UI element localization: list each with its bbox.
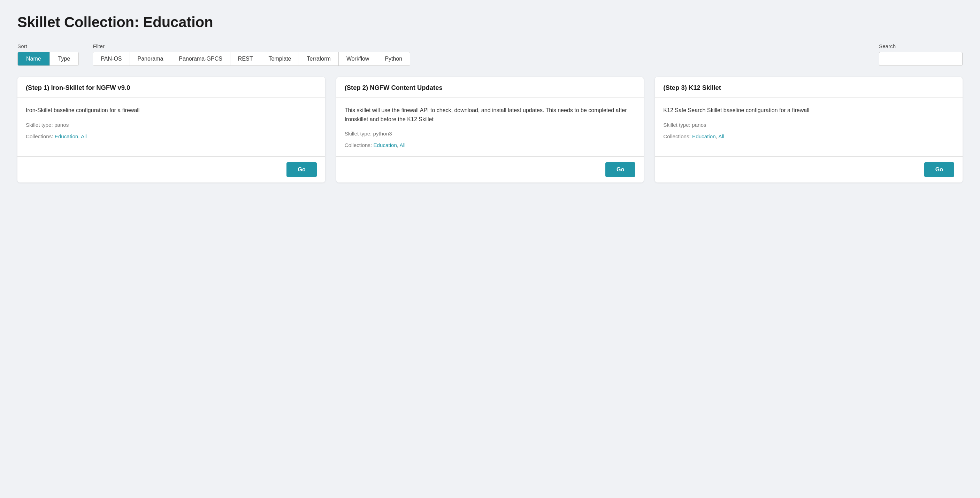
search-input[interactable] [879, 52, 963, 66]
card-3-collection-education[interactable]: Education [692, 133, 716, 139]
card-3-description: K12 Safe Search Skillet baseline configu… [663, 106, 954, 115]
card-1-title: (Step 1) Iron-Skillet for NGFW v9.0 [18, 77, 325, 98]
card-1-description: Iron-Skillet baseline configuration for … [26, 106, 317, 115]
card-1-collection-education[interactable]: Education [55, 133, 78, 139]
sort-name-button[interactable]: Name [18, 52, 50, 65]
card-2-body: This skillet will use the firewall API t… [336, 98, 644, 157]
card-3-collections-label: Collections: [663, 133, 691, 139]
card-2-type: Skillet type: python3 [345, 131, 636, 136]
card-3-go-button[interactable]: Go [924, 162, 954, 177]
card-3-collection-all[interactable]: All [718, 133, 724, 139]
filter-button-group: PAN-OS Panorama Panorama-GPCS REST Templ… [93, 52, 410, 66]
filter-terraform-button[interactable]: Terraform [299, 52, 339, 65]
card-2-footer: Go [336, 157, 644, 182]
card-3-collections: Collections: Education, All [663, 133, 954, 139]
search-control: Search [879, 43, 963, 66]
card-1-type: Skillet type: panos [26, 122, 317, 128]
card-1-collection-all[interactable]: All [81, 133, 87, 139]
sort-label: Sort [18, 43, 79, 49]
controls-row: Sort Name Type Filter PAN-OS Panorama Pa… [18, 43, 963, 66]
page-title: Skillet Collection: Education [18, 14, 963, 31]
filter-control: Filter PAN-OS Panorama Panorama-GPCS RES… [93, 43, 410, 66]
card-3-type: Skillet type: panos [663, 122, 954, 128]
filter-panorama-gpcs-button[interactable]: Panorama-GPCS [171, 52, 231, 65]
card-1: (Step 1) Iron-Skillet for NGFW v9.0 Iron… [18, 77, 325, 182]
card-3-body: K12 Safe Search Skillet baseline configu… [655, 98, 963, 157]
card-1-body: Iron-Skillet baseline configuration for … [18, 98, 325, 157]
filter-label: Filter [93, 43, 410, 49]
card-2-description: This skillet will use the firewall API t… [345, 106, 636, 124]
filter-rest-button[interactable]: REST [231, 52, 261, 65]
search-label: Search [879, 43, 963, 49]
card-1-collections: Collections: Education, All [26, 133, 317, 139]
card-1-footer: Go [18, 157, 325, 182]
card-3: (Step 3) K12 Skillet K12 Safe Search Ski… [655, 77, 963, 182]
card-2-collections: Collections: Education, All [345, 142, 636, 148]
card-2-collections-label: Collections: [345, 142, 372, 148]
card-3-title: (Step 3) K12 Skillet [655, 77, 963, 98]
filter-panos-button[interactable]: PAN-OS [93, 52, 130, 65]
filter-python-button[interactable]: Python [377, 52, 410, 65]
card-2-go-button[interactable]: Go [605, 162, 635, 177]
sort-type-button[interactable]: Type [50, 52, 79, 65]
card-1-go-button[interactable]: Go [286, 162, 317, 177]
card-2-collection-education[interactable]: Education [373, 142, 397, 148]
filter-template-button[interactable]: Template [261, 52, 299, 65]
card-1-collections-label: Collections: [26, 133, 53, 139]
filter-panorama-button[interactable]: Panorama [130, 52, 172, 65]
filter-workflow-button[interactable]: Workflow [339, 52, 377, 65]
sort-button-group: Name Type [18, 52, 79, 66]
card-2-collection-all[interactable]: All [400, 142, 406, 148]
card-3-footer: Go [655, 157, 963, 182]
cards-grid: (Step 1) Iron-Skillet for NGFW v9.0 Iron… [18, 77, 963, 182]
card-2-title: (Step 2) NGFW Content Updates [336, 77, 644, 98]
card-2: (Step 2) NGFW Content Updates This skill… [336, 77, 644, 182]
sort-control: Sort Name Type [18, 43, 79, 66]
